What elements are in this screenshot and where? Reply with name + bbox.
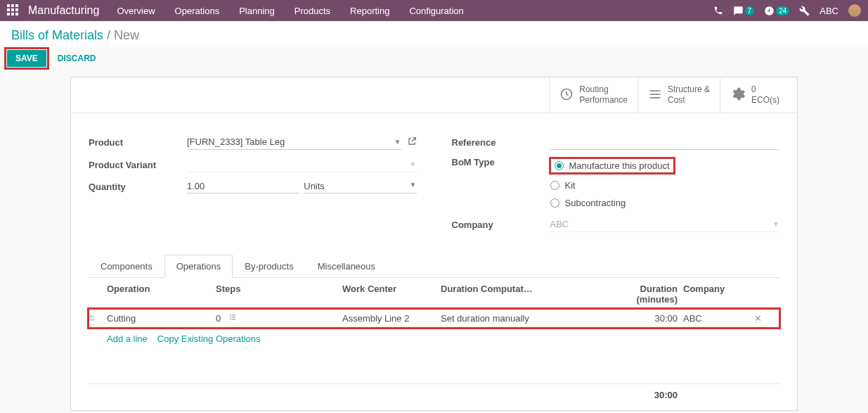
col-operation: Operation [107,284,216,305]
nav-planning[interactable]: Planning [239,6,275,16]
chevron-down-icon: ▼ [410,160,417,168]
cell-operation[interactable]: Cutting [107,313,216,324]
svg-rect-3 [649,97,660,99]
drag-handle-icon[interactable]: ⇅ [89,314,107,323]
reference-field[interactable] [550,134,780,150]
form-body: Product [FURN_2333] Table Leg▼ Product V… [71,113,797,246]
tab-miscellaneous[interactable]: Miscellaneous [306,255,387,277]
nav-operations[interactable]: Operations [175,6,220,16]
quantity-field[interactable]: 1.00 [187,179,299,193]
tab-components[interactable]: Components [89,255,164,277]
quantity-label: Quantity [89,182,187,192]
form-sheet: RoutingPerformance Structure &Cost 0ECO(… [70,77,798,411]
list-icon[interactable] [228,313,238,324]
chevron-down-icon: ▼ [394,138,401,146]
cell-steps[interactable]: 0 [216,313,342,324]
cell-duration[interactable]: 30:00 [599,313,683,324]
col-duration: Duration (minutes) [599,284,683,305]
list-icon [648,87,662,103]
nav-products[interactable]: Products [294,6,330,16]
tab-operations[interactable]: Operations [164,255,233,278]
product-field[interactable]: [FURN_2333] Table Leg▼ [187,134,401,150]
col-duration-computation: Duration Computat… [441,284,599,305]
chevron-down-icon: ▼ [410,181,417,191]
company-field[interactable]: ABC▼ [550,217,780,232]
tab-by-products[interactable]: By-products [233,255,305,277]
delete-row-icon[interactable]: ✕ [748,313,767,324]
clock-icon [559,87,574,103]
variant-label: Product Variant [89,160,187,170]
cell-company[interactable]: ABC [683,313,748,324]
operations-table-header: Operation Steps Work Center Duration Com… [89,278,779,309]
reference-label: Reference [452,137,550,148]
col-company: Company [683,284,748,305]
app-title: Manufacturing [28,4,99,17]
bom-type-label: BoM Type [452,157,550,167]
bom-type-kit[interactable]: Kit [550,180,674,191]
product-label: Product [89,137,187,148]
radio-icon [550,181,559,190]
svg-rect-6 [230,317,231,318]
radio-icon [550,198,559,208]
variant-field[interactable]: ▼ [187,157,417,172]
breadcrumb-current: New [114,28,139,42]
table-row[interactable]: ⇅ Cutting 0 Assembly Line 2 Set duration… [89,309,779,328]
svg-rect-5 [232,315,236,316]
breadcrumb-sep: / [107,28,114,42]
save-button[interactable]: SAVE [7,50,46,67]
user-name[interactable]: ABC [820,6,838,16]
messages-badge: 7 [745,6,755,15]
svg-rect-2 [649,94,660,95]
cell-work-center[interactable]: Assembly Line 2 [342,313,441,324]
operations-table: Operation Steps Work Center Duration Com… [89,278,779,403]
stat-routing-performance[interactable]: RoutingPerformance [549,77,637,113]
nav-configuration[interactable]: Configuration [409,6,463,16]
nav-menu: Overview Operations Planning Products Re… [117,6,713,16]
phone-icon[interactable] [713,6,723,15]
form-right-col: Reference BoM Type Manufacture this prod… [452,134,780,239]
breadcrumb-parent[interactable]: Bills of Materials [11,28,103,42]
tabs: Components Operations By-products Miscel… [89,255,779,278]
svg-rect-8 [230,319,231,320]
user-avatar[interactable] [848,4,861,17]
discard-button[interactable]: DISCARD [55,50,99,67]
stat-buttons: RoutingPerformance Structure &Cost 0ECO(… [71,77,797,113]
stat-ecos[interactable]: 0ECO(s) [720,77,797,113]
add-a-line[interactable]: Add a line [107,333,148,344]
messages-icon[interactable]: 7 [733,6,755,16]
stat-structure-cost[interactable]: Structure &Cost [637,77,720,113]
action-bar: SAVE DISCARD [0,47,868,77]
svg-rect-4 [230,315,231,316]
radio-checked-icon [555,161,564,170]
cell-duration-computation[interactable]: Set duration manually [441,313,599,324]
svg-rect-9 [232,319,236,320]
col-steps: Steps [216,284,342,305]
bom-type-manufacture[interactable]: Manufacture this product [550,158,674,173]
gears-icon [730,87,746,104]
copy-existing-operations[interactable]: Copy Existing Operations [157,333,261,344]
total-duration: 30:00 [599,390,683,400]
nav-right: 7 24 ABC [713,4,861,17]
activity-badge: 24 [776,6,789,15]
company-label: Company [452,220,550,230]
operations-actions: Add a line Copy Existing Operations [89,328,779,348]
debug-icon[interactable] [799,6,810,16]
bom-type-radio-group: Manufacture this product Kit Subcontract… [550,157,674,210]
nav-overview[interactable]: Overview [117,6,155,16]
bom-type-subcontracting[interactable]: Subcontracting [550,198,674,208]
top-navbar: Manufacturing Overview Operations Planni… [0,0,868,21]
svg-rect-7 [232,317,236,318]
form-left-col: Product [FURN_2333] Table Leg▼ Product V… [89,134,417,239]
external-link-icon[interactable] [407,136,417,148]
breadcrumb-bar: Bills of Materials / New [0,21,868,47]
chevron-down-icon: ▼ [772,220,779,228]
activity-icon[interactable]: 24 [764,6,789,16]
apps-icon[interactable] [7,4,20,17]
svg-rect-1 [649,90,660,91]
nav-reporting[interactable]: Reporting [350,6,389,16]
operations-total-row: 30:00 [89,383,779,403]
quantity-uom-field[interactable]: Units▼ [304,179,416,193]
col-work-center: Work Center [342,284,441,305]
breadcrumb: Bills of Materials / New [11,28,857,43]
